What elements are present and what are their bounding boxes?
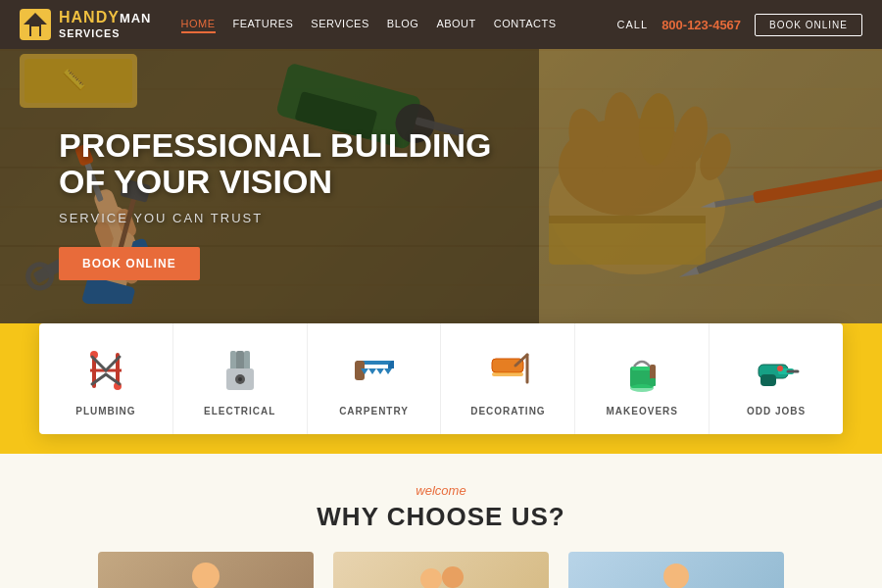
book-online-hero-button[interactable]: BOOK ONLINE [59, 247, 200, 280]
carpentry-label: CARPENTRY [339, 406, 409, 416]
why-card-3[interactable] [568, 552, 784, 588]
service-odd-jobs[interactable]: ODD JOBS [710, 323, 843, 434]
service-makeovers[interactable]: MAKEOVERS [575, 323, 710, 434]
svg-rect-78 [492, 372, 523, 376]
why-card-2-image [333, 552, 549, 588]
why-welcome-label: welcome [39, 483, 843, 498]
svg-marker-71 [368, 368, 376, 374]
logo-icon [20, 9, 51, 40]
decorating-label: DECORATING [470, 406, 545, 416]
nav-blog[interactable]: BLOG [387, 16, 419, 33]
svg-point-90 [192, 563, 220, 588]
why-card-1-image [98, 552, 314, 588]
hero-content: PROFESSIONAL BUILDING OF YOUR VISION SER… [59, 127, 491, 280]
odd-jobs-label: ODD JOBS [747, 406, 806, 416]
svg-point-66 [238, 377, 242, 381]
electrical-icon [217, 347, 264, 394]
call-label: CALL [617, 19, 649, 30]
hero-subtitle: SERVICE YOU CAN TRUST [59, 211, 491, 225]
services-card: PLUMBING ELECTRICAL [39, 323, 843, 434]
service-decorating[interactable]: DECORATING [441, 323, 575, 434]
carpentry-icon [351, 347, 398, 394]
why-title: WHY CHOOSE US? [39, 502, 843, 532]
header: HANDYMANSERVICES HOME FEATURES SERVICES … [0, 0, 882, 49]
decorating-icon [484, 347, 531, 394]
makeover-icon [618, 347, 665, 394]
logo[interactable]: HANDYMANSERVICES [20, 9, 152, 40]
nav-features[interactable]: FEATURES [233, 16, 294, 33]
why-card-3-image [568, 552, 784, 588]
service-carpentry[interactable]: CARPENTRY [308, 323, 442, 434]
svg-point-98 [663, 564, 689, 588]
hero-title: PROFESSIONAL BUILDING OF YOUR VISION [59, 127, 491, 201]
logo-text: HANDYMANSERVICES [59, 9, 152, 40]
makeovers-label: MAKEOVERS [607, 406, 678, 416]
services-strip: PLUMBING ELECTRICAL [0, 323, 882, 454]
book-online-header-button[interactable]: BOOK ONLINE [755, 14, 862, 36]
electrical-label: ELECTRICAL [204, 406, 275, 416]
main-nav: HOME FEATURES SERVICES BLOG ABOUT CONTAC… [181, 16, 617, 33]
nav-contacts[interactable]: CONTACTS [494, 16, 557, 33]
plumbing-label: PLUMBING [75, 406, 135, 416]
service-electrical[interactable]: ELECTRICAL [173, 323, 308, 434]
svg-point-93 [420, 568, 442, 588]
svg-rect-88 [760, 374, 776, 386]
why-section: welcome WHY CHOOSE US? [0, 454, 882, 588]
svg-marker-73 [384, 368, 392, 374]
svg-point-94 [442, 566, 464, 588]
service-plumbing[interactable]: PLUMBING [39, 323, 173, 434]
svg-rect-2 [31, 26, 39, 36]
svg-rect-83 [650, 378, 656, 386]
why-card-1[interactable] [98, 552, 314, 588]
svg-point-89 [777, 366, 783, 371]
phone-number: 800-123-4567 [662, 18, 741, 32]
nav-services[interactable]: SERVICES [311, 16, 368, 33]
svg-marker-72 [376, 368, 384, 374]
why-cards [39, 552, 843, 588]
plumbing-icon [82, 347, 129, 394]
header-right: CALL 800-123-4567 BOOK ONLINE [617, 14, 862, 36]
nav-about[interactable]: ABOUT [436, 16, 475, 33]
oddjobs-icon [753, 347, 800, 394]
why-card-2[interactable] [333, 552, 549, 588]
nav-home[interactable]: HOME [181, 16, 216, 33]
